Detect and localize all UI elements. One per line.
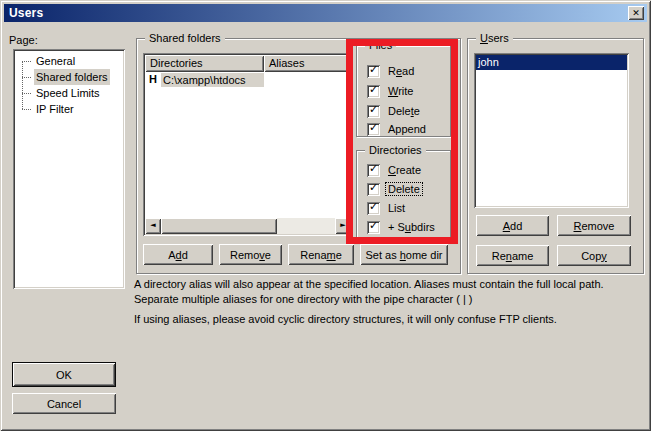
checkbox-row-dir-delete[interactable]: ✓ Delete bbox=[367, 182, 422, 196]
checkbox-row-append[interactable]: ✓ Append bbox=[367, 122, 428, 136]
page-item-label: IP Filter bbox=[34, 101, 76, 117]
append-checkbox[interactable]: ✓ bbox=[367, 123, 380, 136]
checkbox-row-subdirs[interactable]: ✓ + Subdirs bbox=[367, 220, 437, 234]
user-add-button[interactable]: Add bbox=[476, 215, 549, 236]
check-icon: ✓ bbox=[369, 200, 378, 213]
alias-warning-paragraph: If using aliases, please avoid cyclic di… bbox=[134, 312, 648, 327]
checkbox-row-read[interactable]: ✓ Read bbox=[367, 64, 416, 78]
read-checkbox[interactable]: ✓ bbox=[367, 65, 380, 78]
list-checkbox[interactable]: ✓ bbox=[367, 202, 380, 215]
file-delete-label: Delete bbox=[386, 105, 422, 117]
set-as-home-dir-button[interactable]: Set as home dir bbox=[360, 244, 448, 265]
table-row[interactable]: H C:\xampp\htdocs bbox=[145, 72, 351, 87]
append-label: Append bbox=[386, 123, 428, 135]
home-marker: H bbox=[149, 72, 161, 87]
alias-help-paragraph: A directory alias will also appear at th… bbox=[134, 277, 648, 307]
scrollbar-thumb[interactable] bbox=[161, 218, 277, 234]
list-label: List bbox=[386, 202, 407, 214]
column-header-directories[interactable]: Directories bbox=[145, 55, 264, 72]
checkbox-row-write[interactable]: ✓ Write bbox=[367, 84, 415, 98]
page-item-speed-limits[interactable]: Speed Limits bbox=[15, 85, 123, 101]
checkbox-row-list[interactable]: ✓ List bbox=[367, 201, 407, 215]
file-delete-checkbox[interactable]: ✓ bbox=[367, 105, 380, 118]
check-icon: ✓ bbox=[369, 162, 378, 175]
cancel-button[interactable]: Cancel bbox=[12, 393, 116, 414]
user-remove-button[interactable]: Remove bbox=[557, 215, 631, 236]
close-button[interactable]: ✕ bbox=[628, 6, 644, 20]
create-label: Create bbox=[386, 164, 423, 176]
read-label: Read bbox=[386, 65, 416, 77]
write-checkbox[interactable]: ✓ bbox=[367, 85, 380, 98]
users-group: Users john Add Remove Rename Copy bbox=[467, 38, 644, 274]
dir-delete-label: Delete bbox=[386, 183, 422, 195]
table-header: Directories Aliases bbox=[145, 55, 351, 72]
ok-button[interactable]: OK bbox=[12, 362, 116, 387]
page-item-label: Shared folders bbox=[34, 69, 110, 85]
checkbox-row-create[interactable]: ✓ Create bbox=[367, 163, 423, 177]
page-item-label: General bbox=[34, 53, 77, 69]
horizontal-scrollbar[interactable]: ◄ ► bbox=[145, 218, 351, 234]
check-icon: ✓ bbox=[369, 181, 378, 194]
alias-help-text: A directory alias will also appear at th… bbox=[134, 277, 648, 327]
check-icon: ✓ bbox=[369, 83, 378, 96]
files-group-label: Files bbox=[365, 39, 396, 51]
user-rename-button[interactable]: Rename bbox=[476, 245, 549, 266]
tree-stub bbox=[22, 109, 31, 110]
window-title: Users bbox=[9, 6, 43, 20]
checkbox-row-file-delete[interactable]: ✓ Delete bbox=[367, 104, 422, 118]
column-header-aliases[interactable]: Aliases bbox=[264, 55, 351, 72]
user-item-john[interactable]: john bbox=[476, 55, 627, 70]
shared-folders-group-label: Shared folders bbox=[145, 32, 225, 44]
user-copy-button[interactable]: Copy bbox=[557, 245, 631, 266]
users-list[interactable]: john bbox=[474, 53, 629, 208]
page-item-general[interactable]: General bbox=[15, 53, 123, 69]
subdirs-label: + Subdirs bbox=[386, 221, 437, 233]
tree-stub bbox=[22, 77, 31, 78]
scroll-right-arrow-icon[interactable]: ► bbox=[335, 218, 351, 234]
users-group-label: Users bbox=[476, 32, 513, 44]
page-item-ip-filter[interactable]: IP Filter bbox=[15, 101, 123, 117]
shared-remove-button[interactable]: Remove bbox=[219, 244, 282, 265]
close-icon: ✕ bbox=[632, 8, 640, 18]
page-label: Page: bbox=[9, 34, 38, 46]
shared-add-button[interactable]: Add bbox=[143, 244, 213, 265]
tree-stub bbox=[22, 93, 31, 94]
check-icon: ✓ bbox=[369, 219, 378, 232]
check-icon: ✓ bbox=[369, 121, 378, 134]
directories-permissions-group: Directories ✓ Create ✓ Delete ✓ List ✓ +… bbox=[356, 150, 451, 238]
create-checkbox[interactable]: ✓ bbox=[367, 164, 380, 177]
users-dialog: Users ✕ Page: General Shared folders Spe… bbox=[0, 0, 651, 431]
directories-table[interactable]: Directories Aliases H C:\xampp\htdocs ◄ … bbox=[143, 53, 353, 236]
check-icon: ✓ bbox=[369, 63, 378, 76]
subdirs-checkbox[interactable]: ✓ bbox=[367, 221, 380, 234]
scroll-left-arrow-icon[interactable]: ◄ bbox=[145, 218, 161, 234]
page-item-label: Speed Limits bbox=[34, 85, 102, 101]
page-list[interactable]: General Shared folders Speed Limits IP F… bbox=[13, 49, 125, 289]
title-bar[interactable]: Users ✕ bbox=[4, 4, 647, 22]
tree-stub bbox=[22, 61, 31, 62]
directory-cell: C:\xampp\htdocs bbox=[161, 73, 264, 87]
dir-delete-checkbox[interactable]: ✓ bbox=[367, 183, 380, 196]
directories-group-label: Directories bbox=[365, 144, 426, 156]
shared-rename-button[interactable]: Rename bbox=[288, 244, 354, 265]
files-permissions-group: Files ✓ Read ✓ Write ✓ Delete ✓ Append bbox=[356, 45, 451, 137]
page-item-shared-folders[interactable]: Shared folders bbox=[15, 69, 123, 85]
write-label: Write bbox=[386, 85, 415, 97]
check-icon: ✓ bbox=[369, 103, 378, 116]
